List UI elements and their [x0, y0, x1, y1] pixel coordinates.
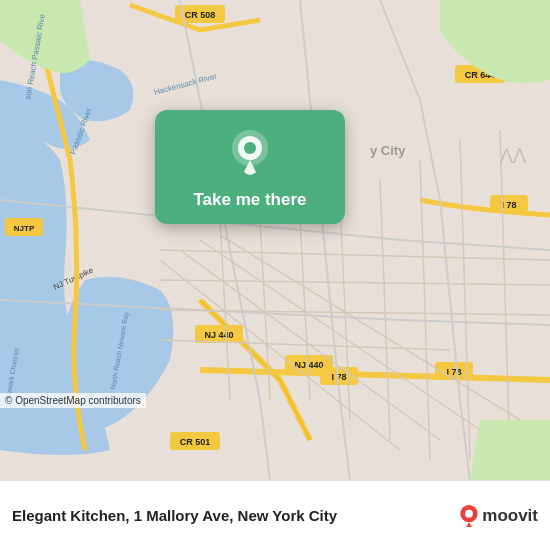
- moovit-text: moovit: [482, 506, 538, 526]
- svg-text:y City: y City: [370, 143, 406, 158]
- svg-text:NJ 440: NJ 440: [204, 330, 233, 340]
- map-pin-icon: [223, 128, 277, 182]
- svg-text:I 78: I 78: [501, 200, 516, 210]
- svg-text:NJTP: NJTP: [14, 224, 35, 233]
- map-container: NJ 440 NJ 440 I 78 I 78 I 78 CR 508 CR 5…: [0, 0, 550, 480]
- take-me-there-label: Take me there: [193, 190, 306, 210]
- svg-text:⋀⋀: ⋀⋀: [499, 146, 527, 164]
- bottom-bar: Elegant Kitchen, 1 Mallory Ave, New York…: [0, 480, 550, 550]
- svg-point-31: [244, 142, 256, 154]
- location-info: Elegant Kitchen, 1 Mallory Ave, New York…: [12, 507, 458, 524]
- location-name: Elegant Kitchen, 1 Mallory Ave, New York…: [12, 507, 458, 524]
- svg-text:CR 508: CR 508: [185, 10, 216, 20]
- svg-text:CR 501: CR 501: [180, 437, 211, 447]
- svg-point-33: [465, 509, 473, 517]
- copyright-bar: © OpenStreetMap contributors: [0, 393, 146, 408]
- take-me-there-card[interactable]: Take me there: [155, 110, 345, 224]
- moovit-logo: moovit: [458, 505, 538, 527]
- moovit-pin-icon: [458, 505, 480, 527]
